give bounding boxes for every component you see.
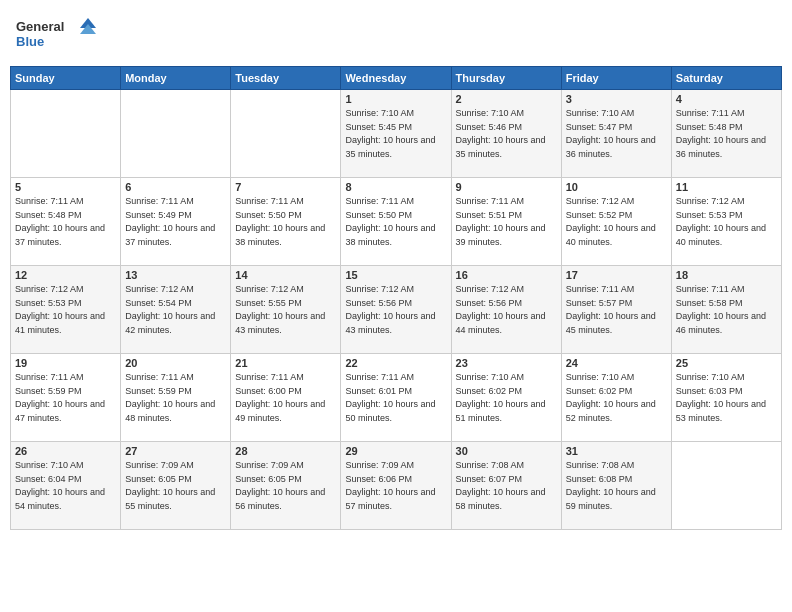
day-info: Sunrise: 7:12 AMSunset: 5:53 PMDaylight:… — [15, 283, 116, 337]
day-number: 16 — [456, 269, 557, 281]
day-info: Sunrise: 7:12 AMSunset: 5:53 PMDaylight:… — [676, 195, 777, 249]
calendar-week-row: 19Sunrise: 7:11 AMSunset: 5:59 PMDayligh… — [11, 354, 782, 442]
day-number: 9 — [456, 181, 557, 193]
day-info: Sunrise: 7:11 AMSunset: 5:48 PMDaylight:… — [15, 195, 116, 249]
day-number: 4 — [676, 93, 777, 105]
day-number: 25 — [676, 357, 777, 369]
day-number: 5 — [15, 181, 116, 193]
weekday-header: Thursday — [451, 67, 561, 90]
day-info: Sunrise: 7:10 AMSunset: 5:45 PMDaylight:… — [345, 107, 446, 161]
calendar-cell: 14Sunrise: 7:12 AMSunset: 5:55 PMDayligh… — [231, 266, 341, 354]
calendar-cell — [671, 442, 781, 530]
day-info: Sunrise: 7:12 AMSunset: 5:55 PMDaylight:… — [235, 283, 336, 337]
weekday-header-row: SundayMondayTuesdayWednesdayThursdayFrid… — [11, 67, 782, 90]
day-number: 18 — [676, 269, 777, 281]
day-info: Sunrise: 7:12 AMSunset: 5:52 PMDaylight:… — [566, 195, 667, 249]
day-info: Sunrise: 7:11 AMSunset: 6:01 PMDaylight:… — [345, 371, 446, 425]
day-number: 22 — [345, 357, 446, 369]
day-info: Sunrise: 7:11 AMSunset: 6:00 PMDaylight:… — [235, 371, 336, 425]
day-info: Sunrise: 7:11 AMSunset: 5:50 PMDaylight:… — [345, 195, 446, 249]
calendar-cell: 15Sunrise: 7:12 AMSunset: 5:56 PMDayligh… — [341, 266, 451, 354]
day-number: 29 — [345, 445, 446, 457]
day-number: 21 — [235, 357, 336, 369]
day-info: Sunrise: 7:10 AMSunset: 6:03 PMDaylight:… — [676, 371, 777, 425]
day-info: Sunrise: 7:12 AMSunset: 5:56 PMDaylight:… — [345, 283, 446, 337]
calendar-cell: 3Sunrise: 7:10 AMSunset: 5:47 PMDaylight… — [561, 90, 671, 178]
day-info: Sunrise: 7:08 AMSunset: 6:08 PMDaylight:… — [566, 459, 667, 513]
day-info: Sunrise: 7:11 AMSunset: 5:49 PMDaylight:… — [125, 195, 226, 249]
day-info: Sunrise: 7:09 AMSunset: 6:05 PMDaylight:… — [125, 459, 226, 513]
day-number: 12 — [15, 269, 116, 281]
day-info: Sunrise: 7:11 AMSunset: 5:59 PMDaylight:… — [15, 371, 116, 425]
day-number: 1 — [345, 93, 446, 105]
calendar-cell: 9Sunrise: 7:11 AMSunset: 5:51 PMDaylight… — [451, 178, 561, 266]
day-info: Sunrise: 7:09 AMSunset: 6:06 PMDaylight:… — [345, 459, 446, 513]
day-number: 23 — [456, 357, 557, 369]
day-number: 31 — [566, 445, 667, 457]
day-number: 7 — [235, 181, 336, 193]
calendar-cell: 18Sunrise: 7:11 AMSunset: 5:58 PMDayligh… — [671, 266, 781, 354]
day-info: Sunrise: 7:11 AMSunset: 5:57 PMDaylight:… — [566, 283, 667, 337]
calendar-cell: 23Sunrise: 7:10 AMSunset: 6:02 PMDayligh… — [451, 354, 561, 442]
logo: General Blue — [16, 14, 96, 54]
day-number: 15 — [345, 269, 446, 281]
calendar-cell: 19Sunrise: 7:11 AMSunset: 5:59 PMDayligh… — [11, 354, 121, 442]
day-number: 28 — [235, 445, 336, 457]
calendar-cell: 2Sunrise: 7:10 AMSunset: 5:46 PMDaylight… — [451, 90, 561, 178]
day-number: 14 — [235, 269, 336, 281]
calendar-cell: 6Sunrise: 7:11 AMSunset: 5:49 PMDaylight… — [121, 178, 231, 266]
weekday-header: Monday — [121, 67, 231, 90]
calendar-cell: 20Sunrise: 7:11 AMSunset: 5:59 PMDayligh… — [121, 354, 231, 442]
calendar-week-row: 1Sunrise: 7:10 AMSunset: 5:45 PMDaylight… — [11, 90, 782, 178]
calendar-cell: 30Sunrise: 7:08 AMSunset: 6:07 PMDayligh… — [451, 442, 561, 530]
weekday-header: Saturday — [671, 67, 781, 90]
svg-text:Blue: Blue — [16, 34, 44, 49]
calendar-cell: 25Sunrise: 7:10 AMSunset: 6:03 PMDayligh… — [671, 354, 781, 442]
calendar-cell: 28Sunrise: 7:09 AMSunset: 6:05 PMDayligh… — [231, 442, 341, 530]
day-info: Sunrise: 7:10 AMSunset: 6:02 PMDaylight:… — [566, 371, 667, 425]
page-header: General Blue — [10, 10, 782, 58]
calendar-table: SundayMondayTuesdayWednesdayThursdayFrid… — [10, 66, 782, 530]
calendar-cell: 4Sunrise: 7:11 AMSunset: 5:48 PMDaylight… — [671, 90, 781, 178]
day-info: Sunrise: 7:12 AMSunset: 5:56 PMDaylight:… — [456, 283, 557, 337]
day-number: 11 — [676, 181, 777, 193]
day-number: 10 — [566, 181, 667, 193]
calendar-cell: 27Sunrise: 7:09 AMSunset: 6:05 PMDayligh… — [121, 442, 231, 530]
calendar-cell — [121, 90, 231, 178]
calendar-cell: 8Sunrise: 7:11 AMSunset: 5:50 PMDaylight… — [341, 178, 451, 266]
calendar-cell — [11, 90, 121, 178]
calendar-week-row: 5Sunrise: 7:11 AMSunset: 5:48 PMDaylight… — [11, 178, 782, 266]
calendar-cell: 16Sunrise: 7:12 AMSunset: 5:56 PMDayligh… — [451, 266, 561, 354]
calendar-cell: 13Sunrise: 7:12 AMSunset: 5:54 PMDayligh… — [121, 266, 231, 354]
day-number: 30 — [456, 445, 557, 457]
day-info: Sunrise: 7:11 AMSunset: 5:58 PMDaylight:… — [676, 283, 777, 337]
svg-text:General: General — [16, 19, 64, 34]
day-number: 2 — [456, 93, 557, 105]
logo-svg: General Blue — [16, 14, 96, 54]
calendar-cell: 12Sunrise: 7:12 AMSunset: 5:53 PMDayligh… — [11, 266, 121, 354]
calendar-cell: 26Sunrise: 7:10 AMSunset: 6:04 PMDayligh… — [11, 442, 121, 530]
calendar-cell: 17Sunrise: 7:11 AMSunset: 5:57 PMDayligh… — [561, 266, 671, 354]
weekday-header: Friday — [561, 67, 671, 90]
day-info: Sunrise: 7:10 AMSunset: 5:46 PMDaylight:… — [456, 107, 557, 161]
day-info: Sunrise: 7:11 AMSunset: 5:59 PMDaylight:… — [125, 371, 226, 425]
day-number: 20 — [125, 357, 226, 369]
calendar-cell: 24Sunrise: 7:10 AMSunset: 6:02 PMDayligh… — [561, 354, 671, 442]
day-number: 6 — [125, 181, 226, 193]
calendar-cell: 10Sunrise: 7:12 AMSunset: 5:52 PMDayligh… — [561, 178, 671, 266]
day-info: Sunrise: 7:11 AMSunset: 5:50 PMDaylight:… — [235, 195, 336, 249]
calendar-week-row: 26Sunrise: 7:10 AMSunset: 6:04 PMDayligh… — [11, 442, 782, 530]
day-info: Sunrise: 7:10 AMSunset: 6:02 PMDaylight:… — [456, 371, 557, 425]
calendar-cell: 21Sunrise: 7:11 AMSunset: 6:00 PMDayligh… — [231, 354, 341, 442]
day-info: Sunrise: 7:09 AMSunset: 6:05 PMDaylight:… — [235, 459, 336, 513]
day-info: Sunrise: 7:12 AMSunset: 5:54 PMDaylight:… — [125, 283, 226, 337]
calendar-cell: 22Sunrise: 7:11 AMSunset: 6:01 PMDayligh… — [341, 354, 451, 442]
calendar-cell: 31Sunrise: 7:08 AMSunset: 6:08 PMDayligh… — [561, 442, 671, 530]
weekday-header: Sunday — [11, 67, 121, 90]
day-info: Sunrise: 7:10 AMSunset: 5:47 PMDaylight:… — [566, 107, 667, 161]
calendar-cell: 5Sunrise: 7:11 AMSunset: 5:48 PMDaylight… — [11, 178, 121, 266]
weekday-header: Tuesday — [231, 67, 341, 90]
day-info: Sunrise: 7:11 AMSunset: 5:51 PMDaylight:… — [456, 195, 557, 249]
calendar-cell: 1Sunrise: 7:10 AMSunset: 5:45 PMDaylight… — [341, 90, 451, 178]
day-number: 27 — [125, 445, 226, 457]
